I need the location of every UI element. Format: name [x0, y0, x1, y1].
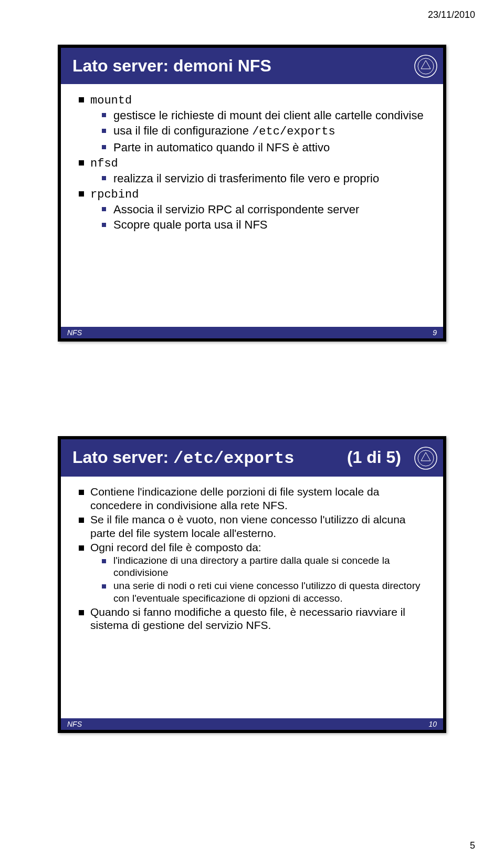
- slide-2-title-b: /etc/exports: [173, 449, 294, 468]
- text: usa il file di configurazione: [113, 124, 252, 137]
- footer-label: NFS: [67, 328, 82, 337]
- text: Ogni record del file è composto da:: [90, 541, 261, 553]
- list-item: Ogni record del file è composto da: l'in…: [79, 541, 429, 604]
- list-item: Se il file manca o è vuoto, non viene co…: [79, 513, 429, 540]
- footer-number: 10: [428, 720, 437, 728]
- university-seal-icon: [414, 54, 438, 78]
- page-number: 5: [470, 840, 475, 851]
- list-item: usa il file di configurazione /etc/expor…: [102, 123, 429, 139]
- slide-1-title: Lato server: demoni NFS: [72, 56, 271, 75]
- slide-2-part: (1 di 5): [347, 448, 401, 467]
- code-text: nfsd: [90, 157, 118, 170]
- list-item: Scopre quale porta usa il NFS: [102, 218, 429, 232]
- slide-1-body: mountd gestisce le richieste di mount de…: [61, 84, 443, 239]
- university-seal-icon: [414, 446, 438, 470]
- code-text: mountd: [90, 94, 132, 107]
- list-item: Parte in automatico quando il NFS è atti…: [102, 140, 429, 155]
- slide-2-body: Contiene l'indicazione delle porzioni di…: [61, 477, 443, 638]
- list-item: Contiene l'indicazione delle porzioni di…: [79, 485, 429, 512]
- list-item: rpcbind Associa il servizio RPC al corri…: [79, 187, 429, 232]
- code-text: rpcbind: [90, 188, 139, 201]
- footer-label: NFS: [67, 720, 82, 728]
- slide-2-title-a: Lato server:: [72, 448, 173, 467]
- slide-1: Lato server: demoni NFS mountd gestisce …: [58, 45, 446, 342]
- list-item: Quando si fanno modifiche a questo file,…: [79, 605, 429, 632]
- code-text: /etc/exports: [252, 125, 335, 138]
- page-date: 23/11/2010: [428, 9, 475, 20]
- slide-1-header: Lato server: demoni NFS: [61, 48, 443, 84]
- list-item: nfsd realizza il servizio di trasferimen…: [79, 156, 429, 185]
- list-item: gestisce le richieste di mount dei clien…: [102, 108, 429, 123]
- slide-2-header: Lato server: /etc/exports (1 di 5): [61, 439, 443, 477]
- list-item: Associa il servizio RPC al corrispondent…: [102, 202, 429, 217]
- slide-2: Lato server: /etc/exports (1 di 5) Conti…: [58, 436, 446, 733]
- slide-2-footer: NFS 10: [61, 718, 443, 730]
- list-item: mountd gestisce le richieste di mount de…: [79, 92, 429, 154]
- slide-1-footer: NFS 9: [61, 327, 443, 338]
- list-item: l'indicazione di una directory a partire…: [102, 554, 429, 579]
- list-item: una serie di nodi o reti cui viene conce…: [102, 580, 429, 604]
- list-item: realizza il servizio di trasferimento fi…: [102, 171, 429, 186]
- footer-number: 9: [433, 328, 437, 337]
